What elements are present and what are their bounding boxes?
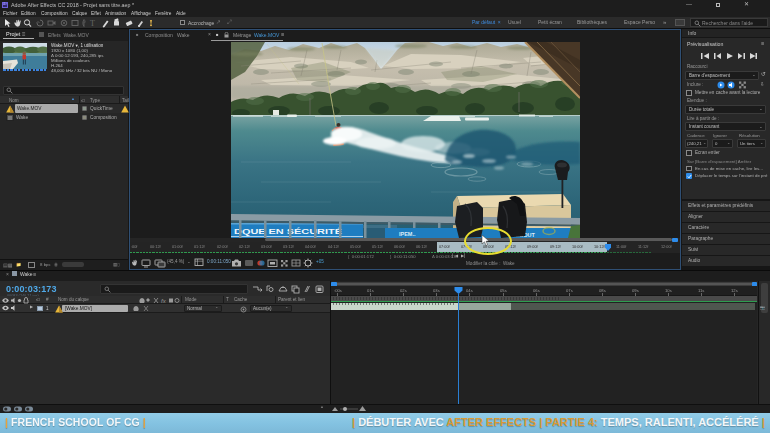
- svg-text:T: T: [90, 19, 95, 28]
- svg-text:fx: fx: [161, 298, 167, 304]
- svg-text:IPEM..: IPEM..: [399, 231, 416, 237]
- svg-text:DQUE EN SÉCURITÉ: DQUE EN SÉCURITÉ: [234, 227, 343, 236]
